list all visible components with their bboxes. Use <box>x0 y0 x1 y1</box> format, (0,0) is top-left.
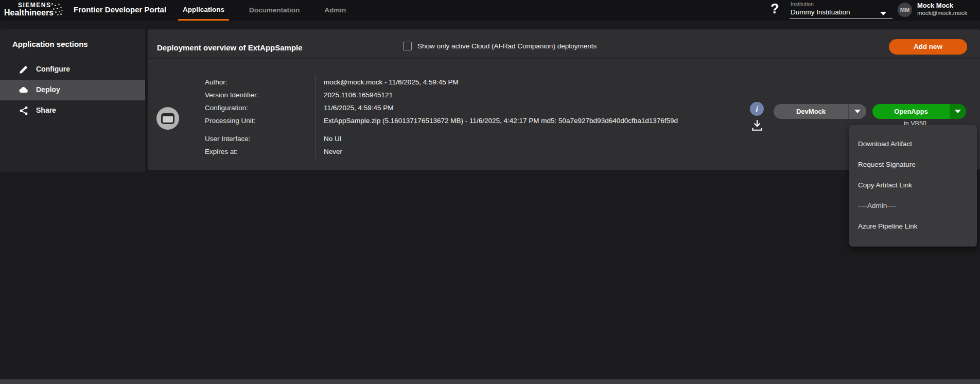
app-window-icon <box>161 113 174 124</box>
field-value-expires-at: Never <box>324 148 342 155</box>
menu-item-admin-separator: ----Admin---- <box>858 202 896 210</box>
field-label-version: Version Identifier: <box>205 91 258 99</box>
avatar[interactable]: MM <box>898 3 912 17</box>
chevron-down-icon <box>880 9 886 18</box>
field-label-expires-at: Expires at: <box>205 148 238 155</box>
field-value-user-interface: No UI <box>324 135 342 143</box>
sidebar-item-label: Share <box>36 106 56 114</box>
nav-tabs: Applications Documentation Admin <box>178 0 351 21</box>
share-icon <box>19 106 29 116</box>
info-icon[interactable]: i <box>750 102 764 116</box>
tab-admin[interactable]: Admin <box>320 0 351 21</box>
field-value-version: 2025.1106.165945121 <box>324 91 393 99</box>
openapps-dropdown-menu: Download Artifact Request Signature Copy… <box>849 125 977 247</box>
devmock-button-label: DevMock <box>774 108 848 115</box>
field-value-author: mock@mock.mock - 11/6/2025, 4:59:45 PM <box>324 78 459 86</box>
active-deployments-checkbox[interactable] <box>403 42 412 50</box>
field-value-processing-unit: ExtAppSample.zip (5.160137176513672 MB) … <box>324 117 678 125</box>
fields-divider <box>315 75 316 159</box>
institution-label: Institution <box>791 1 814 7</box>
sidebar: Application sections Configure Deploy Sh… <box>0 29 145 172</box>
sidebar-title: Application sections <box>12 40 88 48</box>
field-label-processing-unit: Processing Unit: <box>205 117 255 125</box>
chevron-down-icon[interactable] <box>849 110 866 114</box>
header-divider <box>148 58 980 59</box>
sidebar-item-deploy[interactable]: Deploy <box>0 80 145 100</box>
tab-documentation[interactable]: Documentation <box>244 0 304 21</box>
institution-select[interactable]: Institution Dummy Instituation <box>790 1 892 19</box>
top-header: SIEMENS Healthineers Frontier Developer … <box>0 0 980 21</box>
openapps-button-label: OpenApps <box>872 104 950 119</box>
menu-item-download-artifact[interactable]: Download Artifact <box>858 140 912 148</box>
menu-item-copy-artifact-link[interactable]: Copy Artifact Link <box>858 181 912 189</box>
menu-item-request-signature[interactable]: Request Signature <box>858 161 916 168</box>
logo-healthineers: Healthineers <box>4 8 54 18</box>
sidebar-item-label: Deploy <box>36 85 60 94</box>
sidebar-item-share[interactable]: Share <box>0 100 145 121</box>
horizontal-scrollbar[interactable] <box>0 379 980 384</box>
help-icon[interactable]: ? <box>771 1 779 17</box>
add-new-button[interactable]: Add new <box>889 39 967 55</box>
openapps-button[interactable]: OpenApps <box>872 104 966 119</box>
logo-siemens: SIEMENS <box>18 2 51 9</box>
field-label-configuration: Configuration: <box>205 104 248 112</box>
user-name: Mock Mock <box>917 2 953 9</box>
application-icon <box>156 107 179 130</box>
sidebar-item-label: Configure <box>36 65 70 73</box>
logo-dots-icon <box>51 3 53 5</box>
field-label-author: Author: <box>205 78 227 86</box>
download-icon[interactable] <box>750 118 764 132</box>
devmock-button[interactable]: DevMock <box>774 104 866 119</box>
field-label-user-interface: User Interface: <box>205 135 251 143</box>
tab-applications[interactable]: Applications <box>178 0 229 21</box>
menu-item-azure-pipeline-link[interactable]: Azure Pipeline Link <box>858 222 918 230</box>
cloud-icon <box>19 85 29 95</box>
field-value-configuration: 11/6/2025, 4:59:45 PM <box>324 104 394 112</box>
pencil-icon <box>19 64 29 75</box>
user-email: mock@mock.mock <box>917 10 967 16</box>
institution-value: Dummy Instituation <box>791 8 850 16</box>
chevron-down-icon[interactable] <box>950 104 966 119</box>
portal-title: Frontier Developer Portal <box>74 5 166 14</box>
page-title: Deployment overview of ExtAppSample <box>157 43 303 52</box>
siemens-healthineers-logo: SIEMENS Healthineers <box>4 1 66 20</box>
sidebar-item-configure[interactable]: Configure <box>0 59 145 80</box>
active-deployments-checkbox-label: Show only active Cloud (AI-Rad Companion… <box>417 42 597 50</box>
